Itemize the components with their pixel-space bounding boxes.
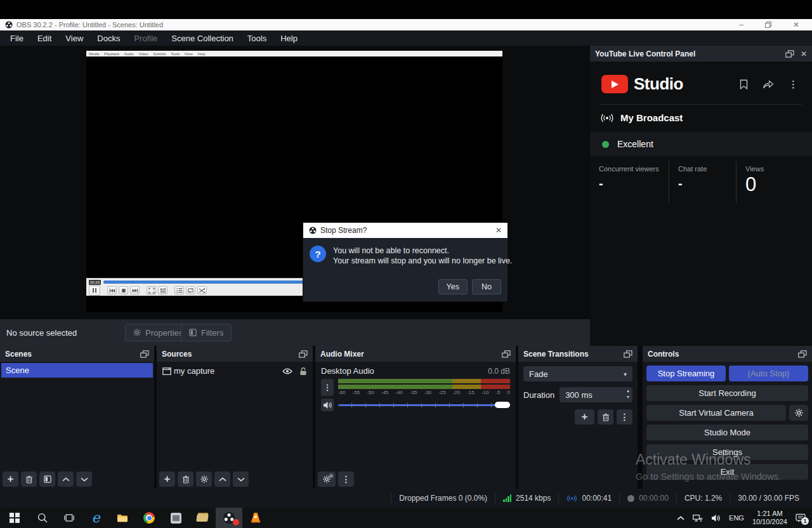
duration-spinbox[interactable]: 300 ms ▴ ▾ — [560, 387, 632, 402]
scene-filters-button[interactable] — [39, 472, 55, 487]
menu-profile[interactable]: Profile — [127, 30, 164, 46]
speaker-icon — [323, 401, 332, 409]
popout-icon[interactable] — [785, 50, 794, 58]
properties-label: Properties — [145, 328, 183, 338]
task-view-button[interactable] — [56, 508, 82, 528]
minimize-button[interactable]: – — [739, 21, 743, 29]
mixer-kebab-button[interactable]: ⋮ — [338, 472, 354, 487]
dialog-close-icon[interactable]: ✕ — [495, 226, 502, 235]
popout-icon[interactable] — [299, 350, 308, 358]
vlc-shuffle-icon — [197, 286, 207, 294]
menu-view[interactable]: View — [58, 30, 90, 46]
chrome-icon — [143, 512, 155, 524]
start-recording-button[interactable]: Start Recording — [646, 385, 808, 401]
stop-streaming-button[interactable]: Stop Streaming — [646, 366, 726, 381]
dialog-buttons: Yes No — [438, 279, 501, 294]
notes-app-icon — [196, 514, 209, 522]
kebab-menu-icon[interactable]: ⋮ — [789, 79, 798, 89]
popout-icon[interactable] — [502, 350, 511, 358]
bookmark-icon[interactable] — [740, 79, 748, 89]
popout-icon[interactable] — [798, 350, 807, 358]
remove-source-button[interactable] — [178, 472, 193, 487]
meter-scale: -60-55 -50-45 -40-35 -30-25 -20-15 -10-5… — [338, 390, 510, 395]
volume-slider[interactable] — [338, 401, 510, 409]
no-button[interactable]: No — [472, 279, 501, 294]
health-status: Excellent — [617, 139, 653, 149]
volume-meter-bar — [338, 379, 510, 383]
clock[interactable]: 1:21 AM 10/10/2024 — [752, 510, 787, 526]
spin-down-icon[interactable]: ▾ — [627, 394, 629, 400]
action-center-button[interactable]: 1 — [796, 513, 806, 523]
vlc-cone-icon — [249, 512, 262, 524]
start-virtual-camera-button[interactable]: Start Virtual Camera — [646, 405, 786, 421]
restore-button[interactable] — [765, 22, 771, 28]
network-icon[interactable] — [693, 514, 703, 522]
internet-explorer-button[interactable]: e — [82, 508, 109, 528]
chevron-down-icon — [81, 477, 88, 482]
filters-button[interactable]: Filters — [181, 324, 232, 341]
settings-button[interactable]: Settings — [646, 444, 808, 460]
media-app-button[interactable] — [162, 508, 189, 528]
channel-kebab-button[interactable]: ⋮ — [321, 379, 334, 396]
volume-icon[interactable] — [711, 514, 721, 522]
auto-stop-button[interactable]: (Auto Stop) — [729, 366, 808, 381]
move-scene-up-button[interactable] — [58, 472, 74, 487]
mixer-volume-row — [315, 396, 516, 411]
obs-taskbar-button[interactable] — [216, 508, 242, 528]
dialog-line2: Your stream will stop and you will no lo… — [333, 256, 512, 266]
menu-help[interactable]: Help — [273, 30, 304, 46]
lock-icon[interactable] — [299, 367, 307, 376]
start-button[interactable] — [0, 508, 29, 528]
source-toolbar: No source selected Properties Filters — [0, 319, 590, 346]
fps-status: 30.00 / 30.00 FPS — [730, 493, 807, 503]
filter-icon — [189, 329, 197, 336]
volume-meter-bar — [338, 385, 510, 389]
vlc-taskbar-button[interactable] — [242, 508, 269, 528]
move-scene-down-button[interactable] — [76, 472, 92, 487]
close-icon[interactable]: ✕ — [801, 50, 807, 58]
dialog-title: Stop Stream? — [320, 226, 492, 235]
transition-select[interactable]: Fade ▾ — [523, 366, 632, 381]
mute-button[interactable] — [321, 399, 334, 411]
studio-mode-button[interactable]: Studio Mode — [646, 425, 808, 440]
remove-scene-button[interactable] — [21, 472, 37, 487]
move-source-down-button[interactable] — [233, 472, 249, 487]
move-source-up-button[interactable] — [214, 472, 230, 487]
file-explorer-button[interactable] — [109, 508, 136, 528]
transition-kebab-button[interactable]: ⋮ — [617, 409, 632, 425]
add-transition-button[interactable]: + — [575, 409, 594, 425]
vlc-next-icon — [130, 286, 140, 294]
menu-file[interactable]: File — [3, 30, 30, 46]
taskbar-search-button[interactable] — [29, 508, 56, 528]
slider-handle[interactable] — [495, 402, 510, 408]
menu-tools[interactable]: Tools — [240, 30, 273, 46]
source-list-item[interactable]: my capture — [157, 363, 313, 379]
chrome-button[interactable] — [136, 508, 162, 528]
share-icon[interactable] — [763, 80, 774, 89]
add-source-button[interactable]: + — [159, 472, 175, 487]
screen: OBS 30.2.2 - Profile: Untitled - Scenes:… — [0, 0, 812, 528]
notes-app-button[interactable] — [189, 508, 216, 528]
menu-docks[interactable]: Docks — [90, 30, 127, 46]
scene-list-item[interactable]: Scene — [1, 363, 153, 378]
menu-scene-collection[interactable]: Scene Collection — [164, 30, 240, 46]
youtube-logo-icon — [601, 75, 628, 93]
popout-icon[interactable] — [140, 350, 149, 358]
eye-icon[interactable] — [282, 368, 292, 374]
add-scene-button[interactable]: + — [3, 472, 18, 487]
tray-chevron-icon[interactable] — [677, 516, 684, 520]
source-properties-button[interactable] — [196, 472, 212, 487]
slider-track — [338, 404, 509, 406]
menu-edit[interactable]: Edit — [30, 30, 58, 46]
language-indicator[interactable]: ENG — [729, 514, 744, 522]
folder-icon — [117, 513, 128, 522]
spin-up-icon[interactable]: ▴ — [627, 388, 629, 394]
popout-icon[interactable] — [624, 350, 632, 358]
yes-button[interactable]: Yes — [438, 279, 468, 294]
remove-transition-button[interactable] — [598, 409, 613, 425]
exit-button[interactable]: Exit — [646, 464, 808, 480]
mixer-meter-area: ⋮ -60-55 -50-45 -40-35 -30-25 -20-15 -10… — [315, 376, 516, 396]
virtual-camera-settings-button[interactable] — [789, 405, 808, 421]
advanced-audio-button[interactable] — [318, 472, 336, 487]
close-button[interactable]: ✕ — [793, 21, 799, 29]
